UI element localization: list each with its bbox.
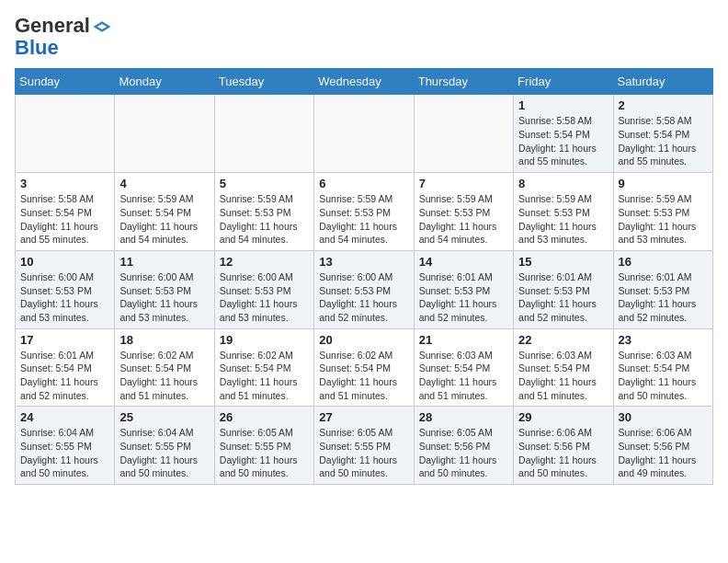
day-info: Sunrise: 6:00 AM Sunset: 5:53 PM Dayligh… [20, 270, 109, 325]
calendar-table: SundayMondayTuesdayWednesdayThursdayFrid… [15, 68, 713, 485]
day-number: 30 [619, 410, 708, 424]
day-info: Sunrise: 6:04 AM Sunset: 5:55 PM Dayligh… [20, 426, 109, 480]
day-number: 9 [619, 177, 708, 190]
calendar-cell: 24Sunrise: 6:04 AM Sunset: 5:55 PM Dayli… [16, 407, 115, 485]
calendar-cell: 11Sunrise: 6:00 AM Sunset: 5:53 PM Dayli… [115, 250, 214, 328]
day-number: 27 [319, 410, 408, 424]
day-number: 12 [220, 255, 309, 269]
day-number: 1 [518, 98, 608, 112]
day-number: 6 [319, 177, 408, 190]
day-number: 21 [419, 333, 508, 347]
day-info: Sunrise: 6:02 AM Sunset: 5:54 PM Dayligh… [119, 349, 209, 403]
weekday-header-wednesday: Wednesday [314, 69, 414, 95]
day-info: Sunrise: 6:01 AM Sunset: 5:53 PM Dayligh… [419, 270, 508, 325]
logo: GeneralBlue [15, 15, 112, 59]
day-info: Sunrise: 6:01 AM Sunset: 5:53 PM Dayligh… [518, 270, 608, 325]
weekday-header-thursday: Thursday [414, 69, 513, 95]
calendar-cell: 13Sunrise: 6:00 AM Sunset: 5:53 PM Dayli… [314, 250, 414, 328]
day-number: 28 [419, 410, 508, 424]
calendar-cell: 12Sunrise: 6:00 AM Sunset: 5:53 PM Dayli… [214, 250, 313, 328]
day-number: 23 [619, 333, 708, 347]
day-number: 19 [220, 333, 309, 347]
calendar-cell: 1Sunrise: 5:58 AM Sunset: 5:54 PM Daylig… [514, 95, 613, 173]
calendar-cell: 16Sunrise: 6:01 AM Sunset: 5:53 PM Dayli… [613, 250, 712, 328]
day-info: Sunrise: 6:04 AM Sunset: 5:55 PM Dayligh… [119, 426, 209, 480]
day-info: Sunrise: 6:05 AM Sunset: 5:56 PM Dayligh… [419, 426, 508, 480]
calendar-cell [314, 95, 414, 173]
calendar-cell: 5Sunrise: 5:59 AM Sunset: 5:53 PM Daylig… [214, 173, 313, 251]
calendar-cell: 21Sunrise: 6:03 AM Sunset: 5:54 PM Dayli… [414, 328, 513, 407]
calendar-cell: 22Sunrise: 6:03 AM Sunset: 5:54 PM Dayli… [514, 328, 613, 407]
weekday-header-saturday: Saturday [613, 69, 712, 95]
day-info: Sunrise: 6:00 AM Sunset: 5:53 PM Dayligh… [319, 270, 408, 325]
day-number: 2 [619, 98, 708, 112]
calendar-cell: 19Sunrise: 6:02 AM Sunset: 5:54 PM Dayli… [214, 328, 313, 407]
day-info: Sunrise: 5:59 AM Sunset: 5:53 PM Dayligh… [319, 192, 408, 247]
day-info: Sunrise: 6:03 AM Sunset: 5:54 PM Dayligh… [419, 349, 508, 403]
calendar-cell: 27Sunrise: 6:05 AM Sunset: 5:55 PM Dayli… [314, 407, 414, 485]
calendar-week-row: 10Sunrise: 6:00 AM Sunset: 5:53 PM Dayli… [16, 250, 713, 328]
day-info: Sunrise: 6:05 AM Sunset: 5:55 PM Dayligh… [319, 426, 408, 480]
day-info: Sunrise: 6:01 AM Sunset: 5:54 PM Dayligh… [20, 349, 109, 403]
day-number: 25 [119, 410, 209, 424]
page-header: GeneralBlue [15, 15, 713, 59]
calendar-cell [115, 95, 214, 173]
calendar-cell: 18Sunrise: 6:02 AM Sunset: 5:54 PM Dayli… [115, 328, 214, 407]
calendar-cell: 29Sunrise: 6:06 AM Sunset: 5:56 PM Dayli… [514, 407, 613, 485]
day-info: Sunrise: 6:02 AM Sunset: 5:54 PM Dayligh… [220, 349, 309, 403]
logo-blue: Blue [15, 36, 59, 59]
day-number: 4 [119, 177, 209, 190]
weekday-header-monday: Monday [115, 69, 214, 95]
day-number: 3 [20, 177, 109, 190]
calendar-cell: 9Sunrise: 5:59 AM Sunset: 5:53 PM Daylig… [613, 173, 712, 251]
calendar-cell: 7Sunrise: 5:59 AM Sunset: 5:53 PM Daylig… [414, 173, 513, 251]
day-number: 17 [20, 333, 109, 347]
day-info: Sunrise: 6:02 AM Sunset: 5:54 PM Dayligh… [319, 349, 408, 403]
day-info: Sunrise: 5:58 AM Sunset: 5:54 PM Dayligh… [619, 114, 708, 168]
day-info: Sunrise: 5:59 AM Sunset: 5:53 PM Dayligh… [518, 192, 608, 247]
weekday-header-row: SundayMondayTuesdayWednesdayThursdayFrid… [16, 69, 713, 95]
day-info: Sunrise: 5:59 AM Sunset: 5:53 PM Dayligh… [419, 192, 508, 247]
calendar-cell: 23Sunrise: 6:03 AM Sunset: 5:54 PM Dayli… [613, 328, 712, 407]
day-number: 29 [518, 410, 608, 424]
calendar-cell: 3Sunrise: 5:58 AM Sunset: 5:54 PM Daylig… [16, 173, 115, 251]
weekday-header-tuesday: Tuesday [214, 69, 313, 95]
day-info: Sunrise: 6:01 AM Sunset: 5:53 PM Dayligh… [619, 270, 708, 325]
day-number: 22 [518, 333, 608, 347]
day-number: 10 [20, 255, 109, 269]
day-info: Sunrise: 6:00 AM Sunset: 5:53 PM Dayligh… [119, 270, 209, 325]
day-number: 7 [419, 177, 508, 190]
day-number: 24 [20, 410, 109, 424]
day-info: Sunrise: 6:00 AM Sunset: 5:53 PM Dayligh… [220, 270, 309, 325]
calendar-cell [414, 95, 513, 173]
calendar-cell: 14Sunrise: 6:01 AM Sunset: 5:53 PM Dayli… [414, 250, 513, 328]
calendar-cell: 4Sunrise: 5:59 AM Sunset: 5:54 PM Daylig… [115, 173, 214, 251]
calendar-cell: 28Sunrise: 6:05 AM Sunset: 5:56 PM Dayli… [414, 407, 513, 485]
calendar-week-row: 1Sunrise: 5:58 AM Sunset: 5:54 PM Daylig… [16, 95, 713, 173]
calendar-cell: 26Sunrise: 6:05 AM Sunset: 5:55 PM Dayli… [214, 407, 313, 485]
day-number: 11 [119, 255, 209, 269]
calendar-cell [214, 95, 313, 173]
day-info: Sunrise: 5:58 AM Sunset: 5:54 PM Dayligh… [518, 114, 608, 168]
day-number: 14 [419, 255, 508, 269]
day-info: Sunrise: 6:06 AM Sunset: 5:56 PM Dayligh… [619, 426, 708, 480]
calendar-cell: 2Sunrise: 5:58 AM Sunset: 5:54 PM Daylig… [613, 95, 712, 173]
logo-icon [92, 17, 112, 37]
logo-text: GeneralBlue [15, 15, 112, 59]
day-info: Sunrise: 5:59 AM Sunset: 5:53 PM Dayligh… [220, 192, 309, 247]
day-info: Sunrise: 6:03 AM Sunset: 5:54 PM Dayligh… [619, 349, 708, 403]
day-number: 20 [319, 333, 408, 347]
weekday-header-sunday: Sunday [16, 69, 115, 95]
calendar-cell: 17Sunrise: 6:01 AM Sunset: 5:54 PM Dayli… [16, 328, 115, 407]
day-info: Sunrise: 5:58 AM Sunset: 5:54 PM Dayligh… [20, 192, 109, 247]
day-number: 8 [518, 177, 608, 190]
day-number: 13 [319, 255, 408, 269]
day-info: Sunrise: 5:59 AM Sunset: 5:54 PM Dayligh… [119, 192, 209, 247]
day-info: Sunrise: 6:03 AM Sunset: 5:54 PM Dayligh… [518, 349, 608, 403]
day-number: 15 [518, 255, 608, 269]
weekday-header-friday: Friday [514, 69, 613, 95]
calendar-cell: 30Sunrise: 6:06 AM Sunset: 5:56 PM Dayli… [613, 407, 712, 485]
calendar-cell: 25Sunrise: 6:04 AM Sunset: 5:55 PM Dayli… [115, 407, 214, 485]
calendar-week-row: 24Sunrise: 6:04 AM Sunset: 5:55 PM Dayli… [16, 407, 713, 485]
day-info: Sunrise: 6:06 AM Sunset: 5:56 PM Dayligh… [518, 426, 608, 480]
